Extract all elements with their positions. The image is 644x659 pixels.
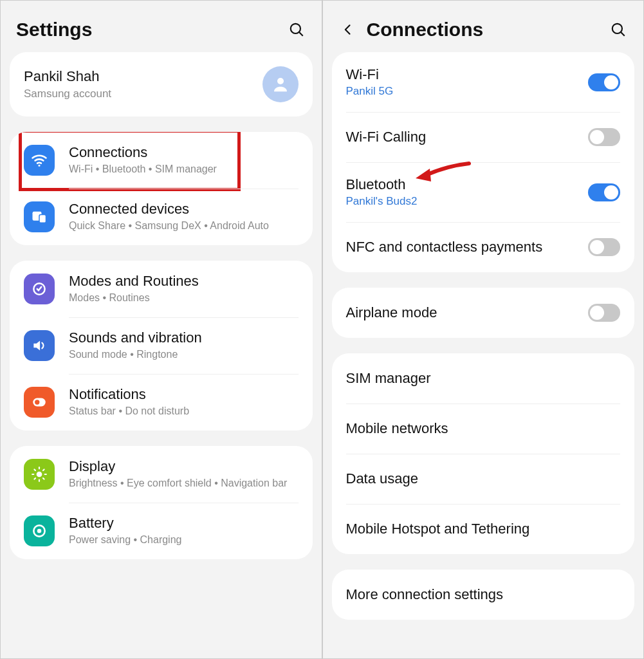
page-title: Settings [16,19,287,41]
connection-item-mobile-networks[interactable]: Mobile networks [332,404,635,454]
svg-line-15 [43,478,44,479]
conn-title: Airplane mode [346,304,589,321]
account-name: Pankil Shah [24,68,262,85]
settings-item-sounds[interactable]: Sounds and vibration Sound mode • Ringto… [10,317,313,374]
conn-title: NFC and contactless payments [346,239,589,255]
connections-header: Connections [323,1,644,52]
connections-panel: Connections Wi-Fi Pankil 5G Wi-Fi Callin… [323,1,644,658]
setting-title: Connections [69,144,299,161]
battery-icon [24,515,55,546]
svg-point-8 [35,400,39,404]
svg-point-19 [37,529,42,534]
setting-sub: Wi-Fi • Bluetooth • SIM manager [69,163,299,176]
svg-point-20 [612,24,622,33]
devices-icon [24,201,55,232]
connection-item-data-usage[interactable]: Data usage [332,454,635,504]
settings-panel: Settings Pankil Shah Samsung account Con… [1,1,323,658]
setting-sub: Power saving • Charging [69,534,299,547]
svg-line-17 [43,469,44,470]
conn-sub: Pankil's Buds2 [346,195,589,208]
svg-rect-5 [39,215,46,223]
wifi-toggle[interactable] [588,73,620,91]
setting-sub: Quick Share • Samsung DeX • Android Auto [69,219,299,233]
conn-title: Mobile Hotspot and Tethering [346,521,621,537]
svg-line-16 [34,478,35,479]
account-card[interactable]: Pankil Shah Samsung account [10,52,313,116]
setting-sub: Brightness • Eye comfort shield • Naviga… [69,477,299,490]
conn-title: SIM manager [346,370,621,387]
conn-title: Data usage [346,470,621,487]
search-button[interactable] [609,20,628,39]
search-icon [610,21,627,38]
setting-title: Connected devices [69,201,299,218]
nfc-toggle[interactable] [588,238,620,256]
svg-point-9 [37,472,42,478]
connections-group-2: Airplane mode [332,288,635,338]
wifi-calling-toggle[interactable] [588,128,620,146]
setting-title: Notifications [69,386,299,403]
wifi-icon [24,145,55,176]
search-button[interactable] [287,20,306,39]
svg-point-0 [290,24,300,33]
settings-item-connected-devices[interactable]: Connected devices Quick Share • Samsung … [10,189,313,245]
setting-sub: Sound mode • Ringtone [69,348,299,362]
connections-group-1: Wi-Fi Pankil 5G Wi-Fi Calling Bluetooth … [332,52,635,272]
settings-item-display[interactable]: Display Brightness • Eye comfort shield … [10,446,313,503]
connection-item-hotspot[interactable]: Mobile Hotspot and Tethering [332,504,635,554]
notification-icon [24,387,55,418]
setting-title: Modes and Routines [69,273,299,290]
avatar[interactable] [262,66,299,102]
svg-line-14 [34,469,35,470]
page-title: Connections [367,19,609,41]
settings-group-2: Modes and Routines Modes • Routines Soun… [10,261,313,431]
setting-title: Display [69,458,299,475]
person-icon [271,75,290,94]
setting-sub: Status bar • Do not disturb [69,405,299,418]
settings-group-3: Display Brightness • Eye comfort shield … [10,446,313,559]
svg-line-21 [621,32,625,36]
bluetooth-toggle[interactable] [588,183,620,201]
settings-item-connections[interactable]: Connections Wi-Fi • Bluetooth • SIM mana… [10,132,313,189]
connection-item-wifi-calling[interactable]: Wi-Fi Calling [332,112,635,162]
conn-title: Wi-Fi [346,66,589,83]
conn-title: More connection settings [346,586,621,603]
setting-title: Sounds and vibration [69,330,299,346]
brightness-icon [24,459,55,490]
settings-group-1: Connections Wi-Fi • Bluetooth • SIM mana… [10,132,313,245]
settings-header: Settings [1,1,322,52]
connection-item-more[interactable]: More connection settings [332,570,635,620]
volume-icon [24,330,55,361]
svg-line-1 [299,32,302,36]
conn-title: Bluetooth [346,176,589,193]
settings-item-notifications[interactable]: Notifications Status bar • Do not distur… [10,374,313,431]
back-button[interactable] [338,20,358,39]
modes-icon [24,274,55,304]
connection-item-sim[interactable]: SIM manager [332,353,635,404]
airplane-toggle[interactable] [588,304,620,322]
conn-title: Mobile networks [346,420,621,437]
settings-item-battery[interactable]: Battery Power saving • Charging [10,503,313,559]
conn-sub: Pankil 5G [346,85,589,98]
svg-point-3 [38,165,40,167]
settings-item-modes[interactable]: Modes and Routines Modes • Routines [10,261,313,317]
connection-item-bluetooth[interactable]: Bluetooth Pankil's Buds2 [332,162,635,222]
connection-item-airplane[interactable]: Airplane mode [332,288,635,338]
setting-title: Battery [69,515,299,532]
setting-sub: Modes • Routines [69,292,299,305]
search-icon [288,21,305,38]
connections-group-4: More connection settings [332,570,635,620]
svg-point-2 [277,78,284,84]
conn-title: Wi-Fi Calling [346,129,589,145]
account-sub: Samsung account [24,88,262,100]
connection-item-nfc[interactable]: NFC and contactless payments [332,222,635,272]
connections-group-3: SIM manager Mobile networks Data usage M… [332,353,635,554]
connection-item-wifi[interactable]: Wi-Fi Pankil 5G [332,52,635,112]
chevron-left-icon [342,23,354,36]
